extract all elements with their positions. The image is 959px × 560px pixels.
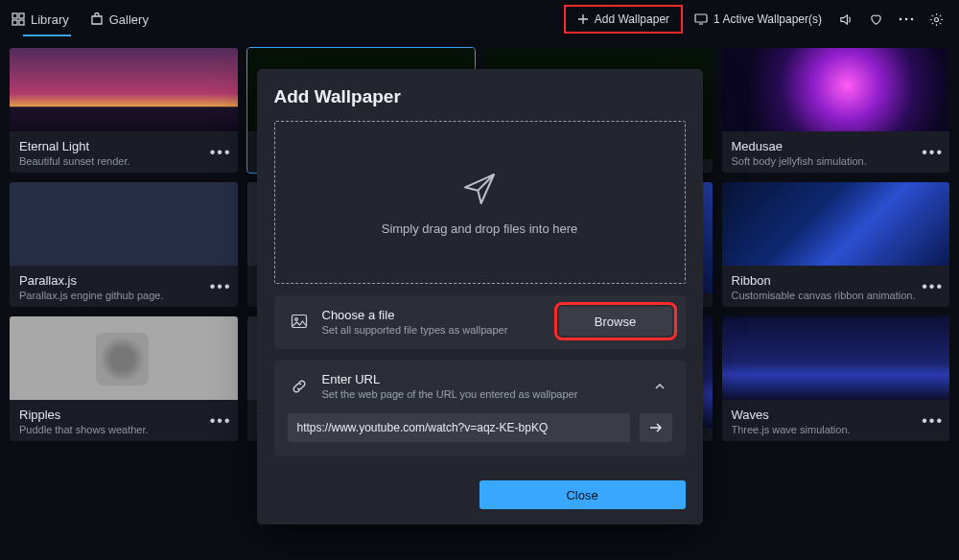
- modal-backdrop: Add Wallpaper Simply drag and drop files…: [0, 0, 959, 560]
- choose-file-title: Choose a file: [322, 308, 548, 322]
- enter-url-text: Enter URL Set the web page of the URL yo…: [322, 372, 636, 400]
- image-icon: [288, 313, 311, 330]
- modal-title: Add Wallpaper: [274, 86, 686, 107]
- url-input[interactable]: [288, 413, 630, 442]
- enter-url-card: Enter URL Set the web page of the URL yo…: [274, 361, 686, 455]
- add-wallpaper-modal: Add Wallpaper Simply drag and drop files…: [257, 69, 703, 525]
- arrow-right-icon: [648, 421, 664, 434]
- choose-file-card: Choose a file Set all supported file typ…: [274, 295, 686, 349]
- enter-url-desc: Set the web page of the URL you entered …: [322, 388, 636, 400]
- close-button[interactable]: Close: [480, 480, 686, 509]
- collapse-button[interactable]: [647, 381, 672, 392]
- dropzone[interactable]: Simply drag and drop files into here: [274, 121, 686, 284]
- url-go-button[interactable]: [640, 413, 672, 442]
- enter-url-title: Enter URL: [322, 372, 636, 386]
- enter-url-row: Enter URL Set the web page of the URL yo…: [288, 372, 672, 400]
- browse-button[interactable]: Browse: [559, 307, 672, 336]
- svg-point-10: [294, 318, 297, 321]
- dropzone-text: Simply drag and drop files into here: [382, 222, 578, 236]
- svg-rect-9: [292, 315, 306, 328]
- choose-file-text: Choose a file Set all supported file typ…: [322, 308, 548, 336]
- link-icon: [288, 378, 311, 395]
- choose-file-row: Choose a file Set all supported file typ…: [288, 307, 672, 336]
- paper-plane-icon: [460, 170, 499, 208]
- choose-file-desc: Set all supported file types as wallpape…: [322, 324, 548, 336]
- chevron-up-icon: [654, 381, 666, 392]
- url-input-row: [288, 413, 672, 442]
